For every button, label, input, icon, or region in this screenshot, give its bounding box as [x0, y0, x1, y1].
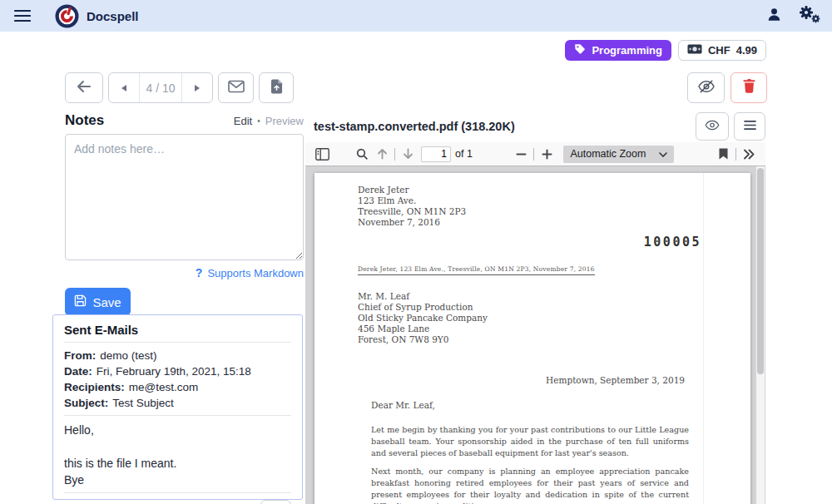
tag-badge[interactable]: Programming [565, 40, 671, 61]
item-actions [687, 72, 767, 103]
help-icon: ? [196, 266, 203, 279]
pdf-page: Derek Jeter 123 Elm Ave. Treesville, ON … [314, 173, 750, 504]
unconfirm-button[interactable] [687, 72, 725, 103]
zoom-level-value: Automatic Zoom [570, 148, 646, 160]
detail-sidebar: 4 / 10 Notes Edit • Preview ? Supports M… [65, 72, 304, 316]
delete-button[interactable] [730, 72, 767, 103]
trash-icon [743, 79, 755, 96]
caret-left-icon [121, 81, 127, 96]
doc-sender-line: Derek Jeter [358, 185, 466, 195]
doc-dateline: Hemptown, September 3, 2019 [546, 375, 685, 385]
mail-recipients-value: me@test.com [129, 381, 198, 393]
mail-from-row: From:demo (test) [64, 348, 291, 363]
pdf-scrollbar[interactable] [756, 166, 765, 504]
mail-subject-row: Subject:Test Subject [64, 395, 291, 411]
envelope-icon [228, 80, 245, 96]
notes-input[interactable] [65, 134, 304, 260]
menu-icon[interactable] [12, 6, 33, 26]
mail-from-value: demo (test) [100, 349, 156, 362]
doc-number-stamp: 100005 [644, 235, 701, 250]
mail-subject-label: Subject: [64, 397, 108, 409]
item-badges: Programming CHF 4.99 [565, 40, 766, 61]
mail-recipients-label: Recipients: [64, 381, 125, 393]
settings-cogs-icon[interactable] [799, 5, 820, 27]
mail-body: Hello, this is the file I meant. Bye [64, 416, 291, 488]
cost-amount: 4.99 [736, 44, 757, 57]
doc-return-address-line: Derek Jeter, 123 Elm Ave., Treesville, O… [358, 265, 595, 275]
doc-recipient-line: Forest, ON 7W8 9Y0 [358, 334, 488, 345]
sidebar-toggle-icon[interactable] [312, 144, 332, 164]
save-label: Save [92, 295, 121, 309]
doc-sender-line: 123 Elm Ave. [358, 195, 466, 206]
item-navigation: 4 / 10 [65, 72, 304, 103]
zoom-level-select[interactable]: Automatic Zoom [563, 146, 674, 163]
preview-toggle-button[interactable] [696, 112, 729, 141]
file-upload-icon [270, 79, 283, 97]
markdown-help-link[interactable]: ? Supports Markdown [65, 266, 304, 279]
item-position: 4 / 10 [140, 73, 181, 102]
notes-tab-separator: • [257, 116, 260, 126]
notes-title: Notes [65, 112, 104, 129]
caret-right-icon [194, 81, 201, 96]
pdf-header: test-stamp.converted.pdf (318.20K) [305, 111, 765, 142]
cost-badge[interactable]: CHF 4.99 [678, 40, 766, 61]
pdf-scrollbar-thumb[interactable] [757, 168, 764, 374]
docspell-logo-icon [55, 4, 79, 28]
pdf-toolbar: of 1 Automatic Zoom [305, 142, 765, 166]
mail-date-value: Fri, February 19th, 2021, 15:18 [97, 365, 251, 378]
doc-recipient-block: Mr. M. Leaf Chief of Syrup Production Ol… [358, 291, 488, 345]
cost-currency: CHF [708, 44, 730, 57]
tag-icon [574, 43, 586, 57]
chevron-down-icon [659, 148, 667, 160]
doc-sender-block: Derek Jeter 123 Elm Ave. Treesville, ON … [358, 185, 466, 228]
page-number-input[interactable] [421, 146, 451, 162]
mail-body-line: Bye [64, 472, 291, 488]
eye-off-icon [697, 79, 716, 97]
markdown-hint-label: Supports Markdown [207, 267, 304, 279]
mail-header-fields: From:demo (test) Date:Fri, February 19th… [64, 343, 291, 416]
doc-paragraph: Next month, our company is planning an e… [371, 466, 689, 504]
doc-salutation: Dear Mr. Leaf, [371, 400, 435, 410]
mail-body-line [64, 438, 291, 455]
doc-recipient-line: Mr. M. Leaf [358, 291, 488, 302]
sent-emails-title: Sent E-Mails [64, 323, 291, 343]
doc-recipient-line: Chief of Syrup Production [358, 302, 488, 313]
notes-header: Notes Edit • Preview [65, 112, 304, 129]
close-mail-button[interactable]: × [260, 500, 291, 504]
mail-date-label: Date: [64, 365, 92, 378]
pdf-viewport[interactable]: Derek Jeter 123 Elm Ave. Treesville, ON … [305, 166, 765, 504]
bookmark-icon[interactable] [713, 144, 733, 164]
eye-icon [705, 119, 720, 134]
mail-subject-value: Test Subject [112, 397, 174, 409]
doc-body: Let me begin by thanking you for your pa… [371, 418, 689, 504]
sent-emails-panel: Sent E-Mails From:demo (test) Date:Fri, … [52, 314, 303, 500]
arrow-left-icon [77, 80, 92, 96]
save-notes-button[interactable]: Save [65, 288, 131, 316]
menu-lines-icon [744, 119, 756, 134]
attachment-menu-button[interactable] [734, 112, 765, 141]
send-mail-button[interactable] [218, 72, 254, 103]
pdf-search-icon[interactable] [352, 144, 372, 164]
notes-preview-tab[interactable]: Preview [265, 115, 304, 127]
user-icon[interactable] [766, 7, 782, 26]
page-down-icon[interactable] [398, 144, 418, 164]
doc-recipient-line: 456 Maple Lane [358, 324, 488, 334]
next-item-button[interactable] [181, 73, 212, 102]
page-count-label: of 1 [455, 148, 473, 160]
pdf-attachment-area: test-stamp.converted.pdf (318.20K) [305, 111, 765, 504]
attachment-file-title: test-stamp.converted.pdf (318.20K) [305, 120, 515, 133]
toolbar-more-icon[interactable] [739, 144, 759, 164]
tag-label: Programming [592, 44, 662, 57]
mail-footer: × [64, 492, 291, 504]
mail-from-label: From: [64, 349, 96, 362]
back-button[interactable] [65, 72, 103, 103]
prev-item-button[interactable] [109, 73, 140, 102]
zoom-out-icon[interactable] [511, 144, 531, 164]
mail-date-row: Date:Fri, February 19th, 2021, 15:18 [64, 363, 291, 379]
zoom-in-icon[interactable] [537, 144, 557, 164]
page-up-icon[interactable] [372, 144, 392, 164]
mail-recipients-row: Recipients:me@test.com [64, 379, 291, 395]
scan-artifact-line [703, 173, 704, 504]
add-files-button[interactable] [259, 72, 294, 103]
notes-edit-tab[interactable]: Edit [234, 115, 252, 127]
